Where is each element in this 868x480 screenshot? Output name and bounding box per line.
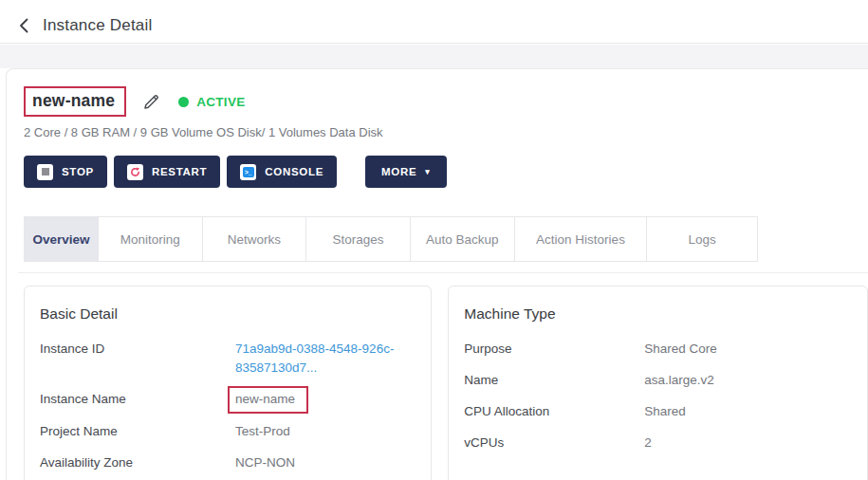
background-band: [0, 45, 868, 68]
row-vcpus: vCPUs 2: [464, 434, 852, 452]
instance-name-value-annotation-box: new-name: [228, 386, 308, 414]
status-label: ACTIVE: [196, 95, 245, 109]
page-title: Instance Detail: [43, 16, 152, 35]
instance-name-row: new-name ACTIVE: [24, 84, 868, 119]
machine-type-card: Machine Type Purpose Shared Core Name as…: [448, 286, 868, 480]
instance-detail-panel: new-name ACTIVE 2 Core / 8 GB RAM / 9 GB…: [6, 68, 868, 480]
section-divider: [18, 272, 868, 273]
tab-logs[interactable]: Logs: [647, 217, 757, 261]
row-instance-name: Instance Name new-name: [40, 390, 416, 410]
row-project-name: Project Name Test-Prod: [40, 422, 416, 441]
more-button[interactable]: MORE ▾: [365, 156, 447, 188]
detail-tabs: Overview Monitoring Networks Storages Au…: [24, 216, 758, 262]
basic-detail-card: Basic Detail Instance ID 71a9ab9d-0388-4…: [24, 286, 432, 480]
tab-auto-backup[interactable]: Auto Backup: [411, 217, 515, 261]
edit-name-button[interactable]: [142, 93, 160, 111]
tab-networks[interactable]: Networks: [203, 217, 307, 261]
action-buttons: STOP RESTART >_ CONSOLE MORE ▾: [24, 156, 868, 188]
machine-type-title: Machine Type: [464, 304, 852, 324]
tab-overview[interactable]: Overview: [25, 217, 99, 261]
row-purpose: Purpose Shared Core: [464, 340, 852, 359]
status-badge: ACTIVE: [178, 95, 245, 109]
instance-specs: 2 Core / 8 GB RAM / 9 GB Volume OS Disk/…: [24, 125, 868, 139]
instance-id-link[interactable]: 71a9ab9d-0388-4548-926c-83587130d7...: [235, 340, 416, 378]
chevron-left-icon: [19, 18, 28, 33]
row-machine-name: Name asa.large.v2: [464, 371, 852, 390]
console-icon: >_: [240, 164, 256, 180]
tab-monitoring[interactable]: Monitoring: [99, 217, 203, 261]
row-cpu-allocation: CPU Allocation Shared: [464, 402, 852, 421]
chevron-down-icon: ▾: [425, 168, 430, 176]
stop-button[interactable]: STOP: [24, 156, 107, 188]
page-header: Instance Detail: [0, 0, 868, 44]
row-instance-id: Instance ID 71a9ab9d-0388-4548-926c-8358…: [40, 340, 416, 378]
row-availability-zone: Availability Zone NCP-NON: [40, 453, 416, 472]
tab-action-histories[interactable]: Action Histories: [515, 217, 648, 261]
pencil-icon: [142, 93, 160, 111]
restart-button[interactable]: RESTART: [114, 156, 220, 188]
console-button[interactable]: >_ CONSOLE: [227, 156, 337, 188]
instance-name-annotation-box: new-name: [24, 86, 126, 117]
status-dot-icon: [178, 97, 189, 107]
detail-cards: Basic Detail Instance ID 71a9ab9d-0388-4…: [24, 286, 868, 480]
tab-storages[interactable]: Storages: [306, 217, 411, 261]
stop-icon: [37, 164, 53, 180]
basic-detail-title: Basic Detail: [40, 304, 416, 324]
instance-name-title: new-name: [32, 91, 115, 110]
restart-icon: [127, 164, 143, 180]
back-button[interactable]: [19, 18, 28, 33]
